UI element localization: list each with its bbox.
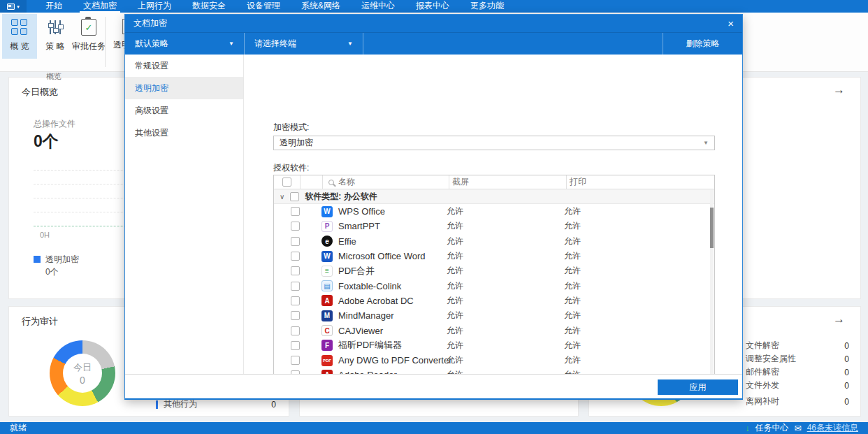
chevron-down-icon: ▼ bbox=[229, 41, 234, 47]
row-checkbox[interactable] bbox=[291, 237, 300, 246]
select-all-checkbox[interactable] bbox=[282, 178, 291, 187]
table-row[interactable]: ≡ PDF合并 允许 允许 bbox=[274, 263, 714, 278]
donut-legend-row: 其他行为 0 bbox=[156, 398, 276, 410]
print-permission: 允许 bbox=[564, 340, 714, 352]
ribbon-item-approval[interactable]: ✓ 审批任务 bbox=[72, 14, 106, 59]
toolbar-spacer bbox=[363, 33, 663, 55]
row-checkbox[interactable] bbox=[291, 341, 300, 350]
table-row[interactable]: W Microsoft Office Word 允许 允许 bbox=[274, 249, 714, 263]
ribbon-item-overview[interactable]: 概 览 bbox=[2, 14, 37, 59]
software-group-row[interactable]: ∨ 软件类型: 办公软件 bbox=[274, 189, 714, 204]
task-center-link[interactable]: 任务中心 bbox=[755, 422, 789, 434]
stats-row: 文件解密 0 bbox=[746, 339, 849, 352]
stat-label: 邮件解密 bbox=[746, 366, 779, 378]
table-row[interactable]: C CAJViewer 允许 允许 bbox=[274, 323, 714, 338]
stat-label: 文件解密 bbox=[746, 340, 779, 352]
arrow-right-icon[interactable]: → bbox=[833, 83, 845, 97]
screenshot-permission: 允许 bbox=[447, 310, 564, 321]
row-checkbox[interactable] bbox=[291, 282, 300, 291]
app-name: 福昕PDF编辑器 bbox=[338, 339, 447, 352]
cajviewer-icon: C bbox=[321, 325, 333, 336]
chevron-down-icon: ▼ bbox=[703, 140, 709, 146]
application-window: ▾ 开始 文档加密 上网行为 数据安全 设备管理 系统&网络 运维中心 报表中心… bbox=[0, 0, 868, 434]
stat-label: 文件外发 bbox=[746, 379, 779, 391]
app-name: SmartPPT bbox=[338, 221, 447, 231]
print-permission: 允许 bbox=[564, 280, 714, 292]
table-row[interactable]: PDF Any DWG to PDF Converter 允许 允许 bbox=[274, 353, 714, 368]
ribbon-item-label: 策 略 bbox=[45, 41, 64, 52]
row-checkbox[interactable] bbox=[291, 356, 300, 365]
collapse-icon[interactable]: ∨ bbox=[280, 193, 284, 201]
status-bar: 就绪 ↓ 任务中心 ✉ 46条未读信息 bbox=[0, 422, 868, 434]
menu-tab-data-security[interactable]: 数据安全 bbox=[182, 0, 236, 13]
any-dwg-to-pdf-icon: PDF bbox=[321, 355, 333, 366]
nav-item-advanced[interactable]: 高级设置 bbox=[125, 99, 243, 122]
unread-messages-link[interactable]: 46条未读信息 bbox=[807, 422, 858, 434]
terminal-dropdown[interactable]: 请选择终端 ▼ bbox=[245, 33, 363, 55]
screenshot-column-header[interactable]: 截屏 bbox=[449, 175, 567, 189]
ribbon-item-label: 审批任务 bbox=[72, 41, 106, 52]
table-scrollbar[interactable] bbox=[710, 190, 714, 385]
delete-policy-button[interactable]: 删除策略 bbox=[663, 33, 742, 55]
legend-value: 0个 bbox=[45, 266, 59, 278]
print-permission: 允许 bbox=[564, 310, 714, 321]
menu-tab-ops-center[interactable]: 运维中心 bbox=[351, 0, 405, 13]
stat-value: 0 bbox=[844, 354, 849, 364]
status-bar-right: ↓ 任务中心 ✉ 46条未读信息 bbox=[746, 422, 858, 434]
scrollbar-thumb[interactable] bbox=[710, 208, 714, 248]
ribbon-item-policy[interactable]: 策 略 bbox=[40, 14, 71, 59]
nav-item-general[interactable]: 常规设置 bbox=[125, 55, 243, 77]
group-checkbox[interactable] bbox=[290, 192, 299, 201]
table-row[interactable]: M MindManager 允许 允许 bbox=[274, 308, 714, 323]
nav-item-other[interactable]: 其他设置 bbox=[125, 122, 243, 144]
row-checkbox[interactable] bbox=[291, 252, 300, 261]
row-checkbox[interactable] bbox=[291, 222, 300, 231]
print-column-header[interactable]: 打印 bbox=[567, 175, 714, 189]
row-checkbox[interactable] bbox=[291, 311, 300, 320]
row-checkbox[interactable] bbox=[291, 266, 300, 275]
encryption-mode-select[interactable]: 透明加密 ▼ bbox=[273, 136, 715, 150]
app-menu-button[interactable]: ▾ bbox=[0, 0, 27, 13]
card-title: 行为审计 bbox=[22, 315, 58, 328]
menu-tab-report-center[interactable]: 报表中心 bbox=[405, 0, 460, 13]
policy-dropdown[interactable]: 默认策略 ▼ bbox=[125, 33, 244, 55]
legend-label: 其他行为 bbox=[164, 398, 197, 410]
table-row[interactable]: P SmartPPT 允许 允许 bbox=[274, 219, 714, 233]
stats-row: 离网补时 0 bbox=[746, 395, 849, 408]
name-column-header[interactable]: 名称 bbox=[323, 175, 449, 189]
policy-dropdown-value: 默认策略 bbox=[135, 38, 168, 50]
menu-tab-start[interactable]: 开始 bbox=[35, 0, 73, 13]
menu-tab-more[interactable]: 更多功能 bbox=[460, 0, 514, 13]
stat-value: 0 bbox=[844, 397, 849, 407]
row-checkbox[interactable] bbox=[291, 296, 300, 305]
stats-row: 邮件解密 0 bbox=[746, 366, 849, 379]
document-encryption-dialog: 文档加密 × 默认策略 ▼ 请选择终端 ▼ 删除策略 常规设置 透明加密 高级设… bbox=[124, 14, 743, 400]
menu-tab-doc-encrypt[interactable]: 文档加密 bbox=[73, 0, 127, 13]
menu-tab-web-behavior[interactable]: 上网行为 bbox=[127, 0, 182, 13]
group-label: 软件类型: 办公软件 bbox=[305, 191, 377, 203]
row-checkbox[interactable] bbox=[291, 326, 300, 335]
menu-tab-system-network[interactable]: 系统&网络 bbox=[291, 0, 351, 13]
close-icon[interactable]: × bbox=[728, 18, 734, 29]
stat-label: 离网补时 bbox=[746, 396, 779, 407]
table-row[interactable]: F 福昕PDF编辑器 允许 允许 bbox=[274, 338, 714, 353]
table-row[interactable]: A Adobe Acrobat DC 允许 允许 bbox=[274, 294, 714, 308]
table-header: 名称 截屏 打印 bbox=[274, 175, 714, 189]
apply-button[interactable]: 应用 bbox=[658, 379, 738, 395]
x-axis-label: 0H bbox=[40, 231, 50, 239]
dialog-footer: 应用 bbox=[125, 374, 742, 398]
status-ready-label: 就绪 bbox=[10, 422, 27, 434]
nav-item-transparent-encryption[interactable]: 透明加密 bbox=[125, 77, 243, 99]
foxit-pdf-editor-icon: F bbox=[321, 340, 333, 351]
clipboard-check-icon: ✓ bbox=[81, 19, 96, 36]
table-row[interactable]: e Effie 允许 允许 bbox=[274, 234, 714, 249]
arrow-right-icon[interactable]: → bbox=[833, 312, 845, 326]
table-row[interactable]: W WPS Office 允许 允许 bbox=[274, 204, 714, 219]
screenshot-permission: 允许 bbox=[447, 205, 564, 217]
table-row[interactable]: ▤ Foxtable-Colink 允许 允许 bbox=[274, 278, 714, 293]
authorized-software-table: 名称 截屏 打印 ∨ 软件类型: 办公软件 W WPS Office 允许 允许 bbox=[273, 175, 715, 386]
donut-center: 今日 0 bbox=[63, 354, 102, 393]
app-name: Microsoft Office Word bbox=[338, 251, 447, 261]
row-checkbox[interactable] bbox=[291, 207, 300, 216]
menu-tab-device-mgmt[interactable]: 设备管理 bbox=[236, 0, 291, 13]
